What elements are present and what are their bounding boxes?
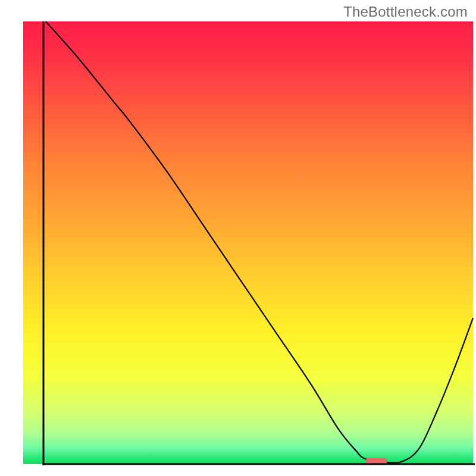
- chart-container: TheBottleneck.com: [0, 0, 476, 476]
- plot-background: [23, 21, 473, 464]
- bottleneck-chart: [0, 0, 476, 476]
